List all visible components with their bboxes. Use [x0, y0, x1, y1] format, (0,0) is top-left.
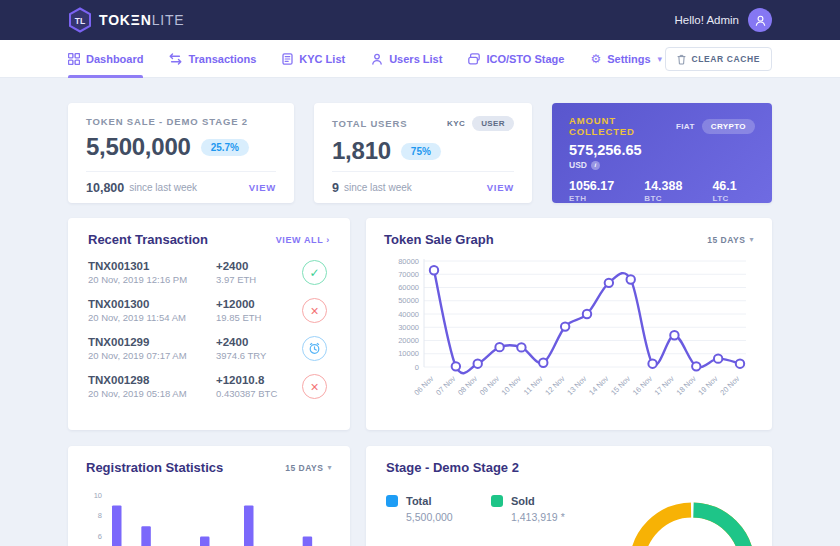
status-pending-icon: [302, 336, 327, 361]
svg-text:0: 0: [415, 363, 419, 372]
hexagon-logo-icon: TL: [68, 7, 92, 33]
total-users-view-link[interactable]: VIEW: [487, 182, 514, 193]
token-sale-graph-title: Token Sale Graph: [384, 232, 494, 247]
transaction-row[interactable]: TNX001298 20 Nov, 2019 05:18 AM +12010.8…: [88, 374, 330, 399]
svg-text:18 Nov: 18 Nov: [675, 374, 698, 397]
svg-text:15 Nov: 15 Nov: [609, 374, 632, 397]
svg-text:10 Nov: 10 Nov: [500, 374, 523, 397]
token-sale-view-link[interactable]: VIEW: [249, 182, 276, 193]
tab-users-list[interactable]: Users List: [371, 40, 442, 78]
gear-icon: ⚙: [590, 53, 601, 65]
brand-name: TOKΞNLITE: [99, 12, 185, 28]
delta-caption: since last week: [344, 182, 412, 193]
token-sale-graph-card: Token Sale Graph 15 DAYS ▾ 0100002000030…: [366, 218, 772, 430]
status-success-icon: ✓: [302, 260, 327, 285]
tab-settings[interactable]: ⚙ Settings ▾: [590, 40, 662, 78]
clear-cache-button[interactable]: CLEAR CACHE: [665, 47, 772, 71]
status-failed-icon: ×: [302, 298, 327, 323]
amount-collected-label: AMOUNT COLLECTED: [569, 115, 676, 137]
transaction-id: TNX001300: [88, 298, 216, 310]
currency-label: USD: [569, 160, 587, 170]
svg-text:8: 8: [98, 511, 102, 520]
registration-bar-chart: 0246810: [86, 485, 332, 546]
transaction-row[interactable]: TNX001301 20 Nov, 2019 12:16 PM +2400 3.…: [88, 260, 330, 285]
transaction-id: TNX001298: [88, 374, 216, 386]
main-nav: Dashboard Transactions KYC List Users Li…: [0, 40, 840, 78]
amount-collected-card: AMOUNT COLLECTED FIAT CRYPTO 575,256.65 …: [552, 103, 772, 203]
svg-text:13 Nov: 13 Nov: [565, 374, 588, 397]
total-users-card: TOTAL USERS KYC USER 1,810 75% 9 since l…: [314, 103, 532, 203]
svg-text:19 Nov: 19 Nov: [696, 374, 719, 397]
line-range-dropdown[interactable]: 15 DAYS ▾: [707, 235, 754, 245]
svg-text:06 Nov: 06 Nov: [412, 374, 435, 397]
transaction-row[interactable]: TNX001300 20 Nov, 2019 11:54 AM +12000 1…: [88, 298, 330, 323]
svg-text:80000: 80000: [398, 257, 419, 266]
transaction-amount: +12010.8: [216, 374, 302, 386]
svg-text:17 Nov: 17 Nov: [653, 374, 676, 397]
trash-icon: [677, 54, 686, 65]
nav-label: ICO/STO Stage: [486, 53, 564, 65]
greeting-text: Hello! Admin: [674, 14, 739, 26]
tab-transactions[interactable]: Transactions: [169, 40, 256, 78]
total-users-label: TOTAL USERS: [332, 118, 407, 129]
grid-icon: [68, 53, 80, 65]
nav-label: Settings: [607, 53, 650, 65]
cube-icon: [468, 53, 480, 65]
chevron-down-icon: ▾: [327, 463, 332, 472]
svg-text:6: 6: [98, 532, 102, 541]
coin-stat-ltc: 46.1 LTC: [712, 179, 736, 203]
stage-donut-chart: 5,500,000 TLE: [616, 489, 768, 546]
svg-text:09 Nov: 09 Nov: [478, 374, 501, 397]
svg-text:10000: 10000: [398, 349, 419, 358]
transaction-date: 20 Nov, 2019 12:16 PM: [88, 274, 216, 285]
svg-text:60000: 60000: [398, 283, 419, 292]
legend-item-sold: Sold 1,413,919 *: [491, 495, 616, 546]
stage-card: Stage - Demo Stage 2 Total 5,500,000 Sol…: [366, 446, 772, 546]
amount-collected-value: 575,256.65: [569, 142, 755, 158]
transaction-id: TNX001299: [88, 336, 216, 348]
transaction-row[interactable]: TNX001299 20 Nov, 2019 07:17 AM +2400 39…: [88, 336, 330, 361]
svg-text:TL: TL: [75, 16, 85, 26]
total-users-value: 1,810: [332, 137, 391, 165]
recent-transactions-card: Recent Transaction VIEW ALL › TNX001301 …: [68, 218, 350, 430]
registration-statistics-title: Registration Statistics: [86, 460, 223, 475]
svg-text:20 Nov: 20 Nov: [718, 374, 741, 397]
svg-text:40000: 40000: [398, 310, 419, 319]
fiat-toggle[interactable]: FIAT: [676, 122, 695, 131]
transaction-date: 20 Nov, 2019 07:17 AM: [88, 350, 216, 361]
transaction-amount: +12000: [216, 298, 302, 310]
tab-dashboard[interactable]: Dashboard: [68, 40, 143, 78]
token-sale-line-chart: 0100002000030000400005000060000700008000…: [384, 253, 754, 411]
recent-transactions-title: Recent Transaction: [88, 232, 208, 247]
tab-kyc-list[interactable]: KYC List: [282, 40, 345, 78]
legend-swatch: [386, 495, 398, 507]
nav-label: Transactions: [188, 53, 256, 65]
document-icon: [282, 53, 293, 65]
tab-ico-sto-stage[interactable]: ICO/STO Stage: [468, 40, 564, 78]
total-users-delta: 9: [332, 181, 339, 195]
nav-label: Dashboard: [86, 53, 143, 65]
svg-text:08 Nov: 08 Nov: [456, 374, 479, 397]
crypto-toggle[interactable]: CRYPTO: [702, 119, 755, 134]
view-all-link[interactable]: VIEW ALL ›: [276, 235, 330, 245]
svg-text:10: 10: [94, 491, 102, 500]
svg-text:50000: 50000: [398, 296, 419, 305]
brand-logo[interactable]: TL TOKΞNLITE: [68, 7, 185, 33]
transaction-amount: +2400: [216, 336, 302, 348]
avatar[interactable]: [748, 8, 772, 32]
token-sale-percent-badge: 25.7%: [201, 139, 249, 156]
info-icon[interactable]: i: [591, 161, 600, 170]
coin-stat-btc: 14.388 BTC: [644, 179, 682, 203]
transaction-amount: +2400: [216, 260, 302, 272]
user-toggle[interactable]: USER: [472, 116, 514, 131]
bar-range-dropdown[interactable]: 15 DAYS ▾: [285, 463, 332, 473]
svg-text:14 Nov: 14 Nov: [587, 374, 610, 397]
token-sale-label: TOKEN SALE - DEMO STAGE 2: [86, 116, 248, 127]
kyc-toggle[interactable]: KYC: [447, 119, 465, 128]
svg-text:12 Nov: 12 Nov: [543, 374, 566, 397]
legend-item-total: Total 5,500,000: [386, 495, 491, 546]
legend-swatch: [491, 495, 503, 507]
status-failed-icon: ×: [302, 374, 327, 399]
total-users-percent-badge: 75%: [401, 143, 441, 160]
stage-legend: Total 5,500,000 Sold 1,413,919 * Sale % …: [386, 495, 616, 546]
